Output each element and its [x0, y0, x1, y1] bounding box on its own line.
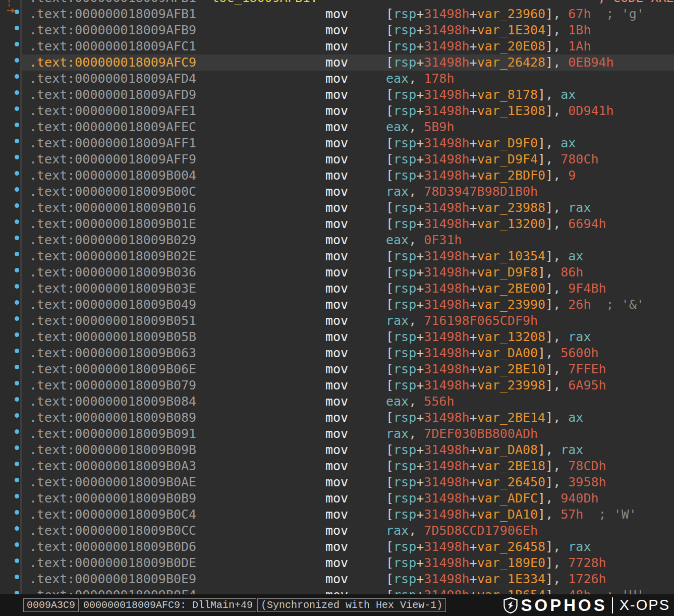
- breakpoint-dot[interactable]: [15, 316, 19, 321]
- breakpoint-dot[interactable]: [15, 123, 19, 127]
- disasm-row[interactable]: .text:000000018009B079mov[rsp+31498h+var…: [22, 377, 674, 394]
- instruction-address[interactable]: .text:000000018009AFC9: [29, 54, 325, 71]
- breakpoint-dot[interactable]: [15, 42, 19, 46]
- disasm-label-row[interactable]: .text:000000018009AFB1 loc_18009AFB1:; C…: [22, 0, 674, 6]
- disasm-row[interactable]: .text:000000018009AFF9mov[rsp+31498h+var…: [22, 151, 674, 167]
- disasm-row[interactable]: .text:000000018009B0C4mov[rsp+31498h+var…: [22, 507, 674, 523]
- instruction-address[interactable]: .text:000000018009B02E: [29, 248, 325, 264]
- breakpoint-dot[interactable]: [15, 381, 19, 385]
- breakpoint-dot[interactable]: [15, 155, 19, 159]
- breakpoint-dot[interactable]: [15, 203, 19, 208]
- disasm-row[interactable]: .text:000000018009B051movrax, 716198F065…: [22, 313, 674, 329]
- disasm-row[interactable]: .text:000000018009B03Emov[rsp+31498h+var…: [22, 281, 674, 297]
- breakpoint-dot[interactable]: [15, 365, 19, 369]
- instruction-address[interactable]: .text:000000018009AFD9: [29, 87, 325, 103]
- breakpoint-dot[interactable]: [15, 510, 19, 515]
- instruction-address[interactable]: .text:000000018009B0F4: [29, 587, 325, 594]
- breakpoint-dot[interactable]: [15, 300, 19, 305]
- instruction-address[interactable]: .text:000000018009B09B: [29, 442, 325, 458]
- disasm-row[interactable]: .text:000000018009B02Emov[rsp+31498h+var…: [22, 248, 674, 264]
- breakpoint-dot[interactable]: [15, 74, 19, 79]
- disasm-row[interactable]: .text:000000018009B036mov[rsp+31498h+var…: [22, 264, 674, 281]
- disasm-row[interactable]: .text:000000018009B00Cmovrax, 78D3947B98…: [22, 184, 674, 200]
- disasm-row[interactable]: .text:000000018009AFE1mov[rsp+31498h+var…: [22, 103, 674, 119]
- disasm-row[interactable]: .text:000000018009AFF1mov[rsp+31498h+var…: [22, 135, 674, 151]
- instruction-address[interactable]: .text:000000018009B0D6: [29, 539, 325, 555]
- breakpoint-dot[interactable]: [15, 171, 19, 176]
- instruction-address[interactable]: .text:000000018009AFB1: [29, 6, 325, 22]
- disasm-row[interactable]: .text:000000018009AFB1mov[rsp+31498h+var…: [22, 6, 674, 22]
- instruction-address[interactable]: .text:000000018009B029: [29, 232, 325, 248]
- breakpoint-dot[interactable]: [15, 58, 19, 63]
- disasm-row[interactable]: .text:000000018009AFECmoveax, 5B9h: [22, 119, 674, 135]
- disasm-row[interactable]: .text:000000018009B016mov[rsp+31498h+var…: [22, 200, 674, 216]
- breakpoint-dot[interactable]: [15, 462, 19, 466]
- instruction-address[interactable]: .text:000000018009AFE1: [29, 103, 325, 119]
- instruction-address[interactable]: .text:000000018009B03E: [29, 281, 325, 297]
- breakpoint-dot[interactable]: [15, 219, 19, 224]
- breakpoint-dot[interactable]: [15, 526, 19, 531]
- instruction-address[interactable]: .text:000000018009B016: [29, 200, 325, 216]
- disasm-row[interactable]: .text:000000018009B029moveax, 0F31h: [22, 232, 674, 248]
- instruction-address[interactable]: .text:000000018009B0DE: [29, 555, 325, 571]
- breakpoint-dot[interactable]: [15, 10, 19, 14]
- disassembly-listing[interactable]: .text:000000018009AFB1 loc_18009AFB1:; C…: [22, 0, 674, 594]
- instruction-address[interactable]: .text:000000018009B049: [29, 297, 325, 313]
- disasm-row[interactable]: .text:000000018009B0B9mov[rsp+31498h+var…: [22, 490, 674, 507]
- disasm-row[interactable]: .text:000000018009B049mov[rsp+31498h+var…: [22, 297, 674, 313]
- instruction-address[interactable]: .text:000000018009AFF9: [29, 151, 325, 167]
- breakpoint-dot[interactable]: [15, 284, 19, 289]
- instruction-address[interactable]: .text:000000018009B0AE: [29, 474, 325, 490]
- breakpoint-dot[interactable]: [15, 542, 19, 547]
- disasm-row[interactable]: .text:000000018009B06Emov[rsp+31498h+var…: [22, 361, 674, 377]
- breakpoint-dot[interactable]: [15, 397, 19, 402]
- instruction-address[interactable]: .text:000000018009B0B9: [29, 490, 325, 507]
- breakpoint-dot[interactable]: [15, 90, 19, 95]
- breakpoint-dot[interactable]: [15, 445, 19, 450]
- instruction-address[interactable]: .text:000000018009B036: [29, 264, 325, 281]
- disasm-row[interactable]: .text:000000018009B0AEmov[rsp+31498h+var…: [22, 474, 674, 490]
- disasm-row-selected[interactable]: .text:000000018009AFC9mov[rsp+31498h+var…: [22, 54, 674, 71]
- instruction-address[interactable]: .text:000000018009B0C4: [29, 507, 325, 523]
- disasm-row[interactable]: .text:000000018009B09Bmov[rsp+31498h+var…: [22, 442, 674, 458]
- instruction-address[interactable]: .text:000000018009B01E: [29, 216, 325, 232]
- breakpoint-dot[interactable]: [15, 236, 19, 240]
- instruction-address[interactable]: .text:000000018009B00C: [29, 184, 325, 200]
- instruction-address[interactable]: .text:000000018009B0A3: [29, 458, 325, 474]
- disasm-row[interactable]: .text:000000018009B0E9mov[rsp+31498h+var…: [22, 571, 674, 587]
- disasm-row[interactable]: .text:000000018009B063mov[rsp+31498h+var…: [22, 345, 674, 361]
- breakpoint-dot[interactable]: [15, 252, 19, 256]
- instruction-address[interactable]: .text:000000018009B0E9: [29, 571, 325, 587]
- instruction-address[interactable]: .text:000000018009B084: [29, 394, 325, 410]
- breakpoint-dot[interactable]: [15, 139, 19, 143]
- disasm-row[interactable]: .text:000000018009B0F4mov[rsp+31498h+var…: [22, 587, 674, 594]
- breakpoint-dot[interactable]: [15, 349, 19, 353]
- breakpoint-dot[interactable]: [15, 575, 19, 579]
- instruction-address[interactable]: .text:000000018009B051: [29, 313, 325, 329]
- disasm-row[interactable]: .text:000000018009AFD9mov[rsp+31498h+var…: [22, 87, 674, 103]
- breakpoint-dot[interactable]: [15, 413, 19, 418]
- instruction-address[interactable]: .text:000000018009B089: [29, 410, 325, 426]
- breakpoint-dot[interactable]: [15, 478, 19, 482]
- instruction-address[interactable]: .text:000000018009AFEC: [29, 119, 325, 135]
- instruction-address[interactable]: .text:000000018009B091: [29, 426, 325, 442]
- disasm-row[interactable]: .text:000000018009B01Emov[rsp+31498h+var…: [22, 216, 674, 232]
- disasm-row[interactable]: .text:000000018009AFD4moveax, 178h: [22, 71, 674, 87]
- instruction-address[interactable]: .text:000000018009B079: [29, 377, 325, 394]
- disasm-row[interactable]: .text:000000018009B089mov[rsp+31498h+var…: [22, 410, 674, 426]
- disasm-row[interactable]: .text:000000018009B0A3mov[rsp+31498h+var…: [22, 458, 674, 474]
- instruction-address[interactable]: .text:000000018009B004: [29, 167, 325, 184]
- instruction-address[interactable]: .text:000000018009B06E: [29, 361, 325, 377]
- disasm-row[interactable]: .text:000000018009B004mov[rsp+31498h+var…: [22, 167, 674, 184]
- breakpoint-dot[interactable]: [15, 26, 19, 30]
- disasm-row[interactable]: .text:000000018009B091movrax, 7DEF030BB8…: [22, 426, 674, 442]
- disasm-row[interactable]: .text:000000018009AFB9mov[rsp+31498h+var…: [22, 22, 674, 38]
- instruction-address[interactable]: .text:000000018009B0CC: [29, 523, 325, 539]
- breakpoint-dot[interactable]: [15, 106, 19, 111]
- disasm-row[interactable]: .text:000000018009B0CCmovrax, 7D5D8CCD17…: [22, 523, 674, 539]
- breakpoint-dot[interactable]: [15, 332, 19, 337]
- instruction-address[interactable]: .text:000000018009AFB9: [29, 22, 325, 38]
- disasm-row[interactable]: .text:000000018009B084moveax, 556h: [22, 394, 674, 410]
- instruction-address[interactable]: .text:000000018009B063: [29, 345, 325, 361]
- breakpoint-dot[interactable]: [15, 268, 19, 272]
